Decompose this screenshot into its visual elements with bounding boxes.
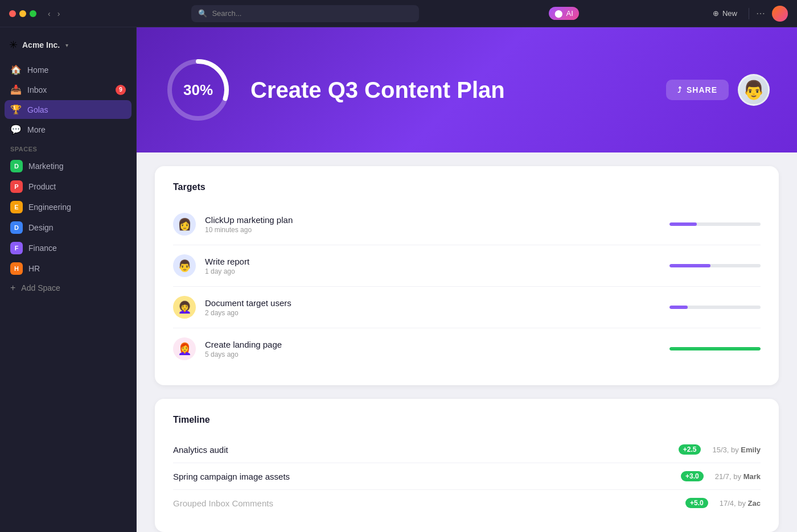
sidebar-item-label: More bbox=[27, 125, 46, 134]
user-avatar-top[interactable] bbox=[772, 6, 788, 22]
workspace-icon: ✳ bbox=[9, 39, 18, 51]
space-label-finance: Finance bbox=[28, 244, 57, 253]
target-name-1: ClickUp marketing plan bbox=[205, 215, 660, 225]
timeline-item-2: Spring campaign image assets +3.0 21/7, … bbox=[173, 463, 761, 490]
target-item-2: 👨 Write report 1 day ago bbox=[173, 245, 761, 287]
new-button[interactable]: ⊕ New bbox=[708, 7, 742, 20]
home-icon: 🏠 bbox=[10, 64, 22, 75]
main-layout: ✳ Acme Inc. ▾ 🏠 Home 📥 Inbox 9 🏆 Golas 💬… bbox=[0, 27, 797, 532]
target-avatar-1: 👩 bbox=[173, 213, 196, 236]
space-item-marketing[interactable]: D Marketing bbox=[5, 156, 132, 176]
plus-icon: ⊕ bbox=[713, 9, 719, 18]
sidebar-item-label: Golas bbox=[27, 105, 48, 114]
search-placeholder: Search... bbox=[212, 9, 241, 18]
target-info-3: Document target users 2 days ago bbox=[205, 298, 660, 317]
progress-text: 30% bbox=[183, 81, 213, 99]
sidebar-nav: 🏠 Home 📥 Inbox 9 🏆 Golas 💬 More bbox=[0, 60, 136, 139]
timeline-badge-2: +3.0 bbox=[681, 471, 704, 481]
minimize-button[interactable] bbox=[19, 10, 26, 17]
space-badge-finance: F bbox=[10, 242, 23, 254]
timeline-name-1: Analytics audit bbox=[173, 445, 673, 455]
timeline-meta-3: 17/4, by Zac bbox=[708, 499, 761, 508]
cards-area: Targets 👩 ClickUp marketing plan 10 minu… bbox=[137, 152, 797, 532]
top-bar: ‹ › 🔍 Search... ⬤ AI ⊕ New ⋯ bbox=[0, 0, 797, 27]
timeline-badge-1: +2.5 bbox=[679, 444, 701, 455]
target-name-4: Create landing page bbox=[205, 340, 660, 349]
add-space-button[interactable]: + Add Space bbox=[5, 279, 132, 297]
timeline-meta-2: 21/7, by Mark bbox=[704, 472, 761, 481]
space-label-hr: HR bbox=[28, 264, 40, 273]
space-badge-marketing: D bbox=[10, 160, 23, 172]
space-item-finance[interactable]: F Finance bbox=[5, 238, 132, 258]
hero-banner: 30% Create Q3 Content Plan ⤴ SHARE 👨 bbox=[137, 27, 797, 152]
timeline-name-2: Spring campaign image assets bbox=[173, 472, 675, 481]
spaces-label: Spaces bbox=[0, 139, 136, 156]
forward-arrow[interactable]: › bbox=[55, 8, 63, 19]
sidebar-item-label: Inbox bbox=[27, 85, 47, 94]
nav-arrows: ‹ › bbox=[46, 8, 62, 19]
space-item-design[interactable]: D Design bbox=[5, 217, 132, 238]
sidebar-item-more[interactable]: 💬 More bbox=[5, 120, 132, 139]
grid-icon[interactable]: ⋯ bbox=[756, 8, 765, 19]
close-button[interactable] bbox=[9, 10, 16, 17]
workspace-header[interactable]: ✳ Acme Inc. ▾ bbox=[0, 34, 136, 60]
ai-button[interactable]: ⬤ AI bbox=[549, 7, 579, 20]
inbox-badge: 9 bbox=[116, 85, 126, 95]
hero-user-avatar[interactable]: 👨 bbox=[738, 74, 770, 106]
timeline-title: Timeline bbox=[173, 415, 761, 425]
space-item-hr[interactable]: H HR bbox=[5, 258, 132, 279]
avatar-face: 👨 bbox=[742, 79, 765, 101]
progress-fill-4 bbox=[669, 347, 761, 350]
progress-fill-2 bbox=[669, 264, 710, 267]
workspace-name: Acme Inc. bbox=[22, 40, 60, 50]
chevron-down-icon: ▾ bbox=[65, 42, 68, 48]
progress-bar-2 bbox=[669, 264, 761, 267]
target-time-3: 2 days ago bbox=[205, 309, 660, 317]
progress-circle: 30% bbox=[164, 56, 232, 124]
add-space-label: Add Space bbox=[21, 283, 60, 292]
progress-bar-4 bbox=[669, 347, 761, 350]
space-item-product[interactable]: P Product bbox=[5, 176, 132, 197]
space-badge-product: P bbox=[10, 180, 23, 193]
target-avatar-3: 👩‍🦱 bbox=[173, 296, 196, 319]
back-arrow[interactable]: ‹ bbox=[46, 8, 53, 19]
share-button[interactable]: ⤴ SHARE bbox=[666, 80, 729, 100]
ai-icon: ⬤ bbox=[554, 9, 563, 18]
new-label: New bbox=[722, 9, 737, 18]
targets-title: Targets bbox=[173, 182, 761, 192]
space-label-product: Product bbox=[28, 182, 56, 191]
target-info-2: Write report 1 day ago bbox=[205, 257, 660, 275]
search-icon: 🔍 bbox=[198, 9, 207, 18]
sidebar-item-goals[interactable]: 🏆 Golas bbox=[5, 100, 132, 119]
timeline-badge-3: +5.0 bbox=[685, 498, 708, 508]
target-name-2: Write report bbox=[205, 257, 660, 266]
target-name-3: Document target users bbox=[205, 298, 660, 308]
ai-label: AI bbox=[566, 9, 573, 18]
target-info-4: Create landing page 5 days ago bbox=[205, 340, 660, 358]
more-icon: 💬 bbox=[10, 124, 22, 135]
space-label-engineering: Engineering bbox=[28, 203, 71, 212]
timeline-item-3: Grouped Inbox Comments +5.0 17/4, by Zac bbox=[173, 490, 761, 516]
space-item-engineering[interactable]: E Engineering bbox=[5, 197, 132, 217]
progress-fill-1 bbox=[669, 222, 697, 226]
space-label-design: Design bbox=[28, 223, 54, 232]
target-time-2: 1 day ago bbox=[205, 267, 660, 275]
maximize-button[interactable] bbox=[30, 10, 36, 17]
progress-bar-1 bbox=[669, 222, 761, 226]
timeline-meta-1: 15/3, by Emily bbox=[701, 446, 761, 454]
sidebar-item-label: Home bbox=[27, 65, 48, 75]
traffic-lights bbox=[9, 10, 36, 17]
target-item-1: 👩 ClickUp marketing plan 10 minutes ago bbox=[173, 204, 761, 245]
space-badge-design: D bbox=[10, 221, 23, 234]
search-bar[interactable]: 🔍 Search... bbox=[191, 5, 419, 22]
target-item-3: 👩‍🦱 Document target users 2 days ago bbox=[173, 287, 761, 328]
timeline-name-3: Grouped Inbox Comments bbox=[173, 498, 680, 508]
target-avatar-2: 👨 bbox=[173, 254, 196, 277]
timeline-item-1: Analytics audit +2.5 15/3, by Emily bbox=[173, 436, 761, 463]
progress-bar-3 bbox=[669, 306, 761, 309]
space-badge-engineering: E bbox=[10, 201, 23, 213]
inbox-icon: 📥 bbox=[10, 84, 22, 95]
sidebar-item-inbox[interactable]: 📥 Inbox 9 bbox=[5, 80, 132, 99]
progress-fill-3 bbox=[669, 306, 688, 309]
sidebar-item-home[interactable]: 🏠 Home bbox=[5, 60, 132, 79]
